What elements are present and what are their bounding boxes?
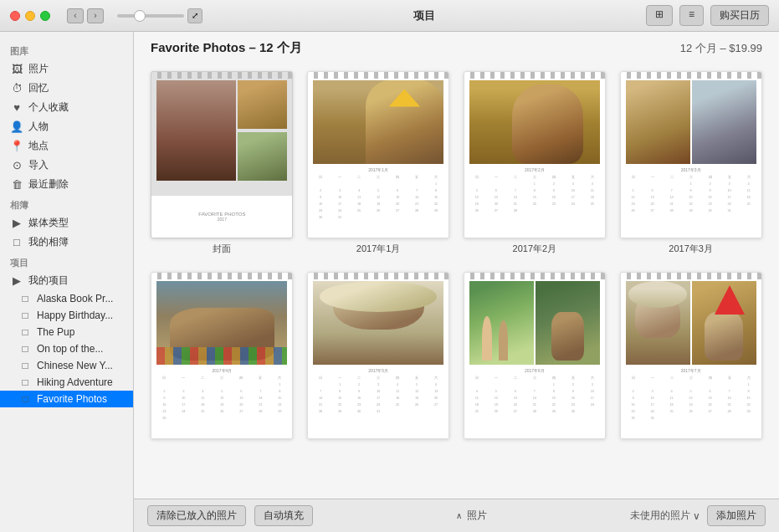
feb-week4: 19202122232425 <box>468 201 602 207</box>
birthday-icon: □ <box>18 309 32 321</box>
sidebar-item-memories[interactable]: ⏱ 回忆 <box>0 79 133 98</box>
sidebar-item-photos[interactable]: 🖼 照片 <box>0 59 133 79</box>
calendar-page-feb[interactable]: 2017年2月 日一二三四五六 ...1234 567891011 121314… <box>464 71 607 255</box>
jun-month-label: 2017年6月 <box>468 368 602 373</box>
mar-label: 2017年3月 <box>669 243 713 255</box>
maximize-button[interactable] <box>40 11 50 21</box>
feb-week1: ...1234 <box>468 181 602 187</box>
calendar-page-may[interactable]: 2017年5月 日一二三四五六 .123456 78910111213 1415… <box>307 272 450 443</box>
jun-week2: 45678910 <box>468 388 602 395</box>
feb-thumbnail[interactable]: 2017年2月 日一二三四五六 ...1234 567891011 121314… <box>464 71 606 238</box>
sidebar-item-import[interactable]: ⊙ 导入 <box>0 156 133 175</box>
jun-thumbnail[interactable]: 2017年6月 日一二三四五六 ....123 45678910 1112131… <box>464 272 606 439</box>
clear-photos-button[interactable]: 清除已放入的照片 <box>147 505 246 526</box>
sidebar-item-media-types-label: 媒体类型 <box>28 216 69 230</box>
sidebar-item-places[interactable]: 📍 地点 <box>0 136 133 156</box>
apr-day-headers: 日一二三四五六 <box>155 375 289 381</box>
jul-photo-1 <box>626 281 690 369</box>
calendar-page-jul[interactable]: 2017年7月 日一二三四五六 ......1 2345678 91011121… <box>619 272 762 443</box>
list-view-button[interactable]: ≡ <box>679 5 704 26</box>
calendar-page-cover[interactable]: FAVORITE PHOTOS2017 封面 <box>151 71 294 255</box>
fit-button[interactable]: ⤢ <box>187 8 202 23</box>
content-price: 12 个月 – $19.99 <box>680 41 762 56</box>
may-week1: .123456 <box>311 381 445 388</box>
jul-week5: 23242526272829 <box>624 408 758 415</box>
apr-week6: 30...... <box>155 415 289 422</box>
spiral-binding <box>151 72 292 79</box>
sidebar-item-media-types[interactable]: ▶ 媒体类型 <box>0 213 133 233</box>
jun-day-headers: 日一二三四五六 <box>468 375 602 381</box>
jun-calendar-grid: 2017年6月 日一二三四五六 ....123 45678910 1112131… <box>464 365 605 438</box>
sidebar-item-my-projects[interactable]: ▶ 我的项目 <box>0 271 133 290</box>
sidebar-item-happy-birthday[interactable]: □ Happy Birthday... <box>0 307 133 324</box>
add-photos-button[interactable]: 添加照片 <box>707 505 766 526</box>
trash-icon: 🗑 <box>10 178 23 191</box>
calendar-page-mar[interactable]: 2017年3月 日一二三四五六 ...1234 567891011 121314… <box>619 71 762 255</box>
mar-thumbnail[interactable]: 2017年3月 日一二三四五六 ...1234 567891011 121314… <box>620 71 762 238</box>
zoom-slider-thumb[interactable] <box>134 10 146 22</box>
calendar-page-apr[interactable]: 2017年4月 日一二三四五六 ......1 2345678 91011121… <box>151 272 294 443</box>
jan-week2: 2345678 <box>311 187 445 194</box>
jan-calendar-grid: 2017年1月 日一二三四五六 ......1 2345678 91011121… <box>308 164 448 238</box>
calendar-page-jun[interactable]: 2017年6月 日一二三四五六 ....123 45678910 1112131… <box>464 272 607 443</box>
sidebar-item-deleted[interactable]: 🗑 最近删除 <box>0 175 133 194</box>
toggle-view-button[interactable]: ⊞ <box>646 5 673 26</box>
cover-thumbnail[interactable]: FAVORITE PHOTOS2017 <box>151 71 293 238</box>
titlebar-left: ‹ › ⤢ <box>10 8 202 23</box>
jun-photo-1 <box>469 281 534 369</box>
jul-thumbnail[interactable]: 2017年7月 日一二三四五六 ......1 2345678 91011121… <box>620 272 762 439</box>
sidebar-item-alaska-book[interactable]: □ Alaska Book Pr... <box>0 290 133 307</box>
jan-thumbnail[interactable]: 2017年1月 日一二三四五六 ......1 2345678 91011121… <box>307 71 449 238</box>
titlebar: ‹ › ⤢ 项目 ⊞ ≡ 购买日历 <box>0 0 779 32</box>
jul-month-label: 2017年7月 <box>624 368 758 373</box>
back-button[interactable]: ‹ <box>67 8 84 23</box>
calendar-page-jan[interactable]: 2017年1月 日一二三四五六 ......1 2345678 91011121… <box>307 71 450 255</box>
mar-day-headers: 日一二三四五六 <box>624 174 758 181</box>
mar-month-label: 2017年3月 <box>624 167 758 172</box>
mar-week5: 262728293031. <box>624 207 758 214</box>
jul-week3: 9101112131415 <box>624 395 758 402</box>
zoom-slider-track[interactable] <box>117 14 184 18</box>
cover-main-photo <box>156 80 236 181</box>
sidebar-item-people-label: 人物 <box>28 120 49 134</box>
mar-week1: ...1234 <box>624 181 758 187</box>
sidebar-item-on-top-of[interactable]: □ On top of the... <box>0 340 133 357</box>
apr-week4: 16171819202122 <box>155 402 289 408</box>
sidebar-item-ontop-label: On top of the... <box>37 343 103 355</box>
sidebar-item-fav-photos-label: Favorite Photos <box>37 393 107 405</box>
sidebar-item-birthday-label: Happy Birthday... <box>37 309 113 321</box>
calendar-grid: FAVORITE PHOTOS2017 封面 <box>134 63 779 499</box>
minimize-button[interactable] <box>25 11 35 21</box>
sidebar-item-people[interactable]: 👤 人物 <box>0 117 133 136</box>
sidebar-item-my-albums[interactable]: □ 我的相簿 <box>0 233 133 252</box>
jun-photos <box>469 281 600 369</box>
buy-calendar-button[interactable]: 购买日历 <box>710 5 769 26</box>
spiral-binding <box>464 273 605 279</box>
feb-label: 2017年2月 <box>513 243 557 255</box>
sidebar-item-the-pup[interactable]: □ The Pup <box>0 324 133 340</box>
folder-closed-icon: ▶ <box>10 217 23 229</box>
autofill-button[interactable]: 自动填充 <box>254 505 313 526</box>
forward-button[interactable]: › <box>87 8 104 23</box>
chevron-down-icon: ∨ <box>693 510 700 522</box>
feb-day-headers: 日一二三四五六 <box>468 174 602 181</box>
close-button[interactable] <box>10 11 20 21</box>
unused-photos-dropdown[interactable]: 未使用的照片 ∨ <box>630 509 700 523</box>
sidebar-item-chinese-new-year[interactable]: □ Chinese New Y... <box>0 357 133 374</box>
mar-photo-1 <box>626 80 690 168</box>
sidebar-item-deleted-label: 最近删除 <box>28 177 69 192</box>
may-photo <box>313 281 443 369</box>
may-month-label: 2017年5月 <box>311 368 445 373</box>
may-thumbnail[interactable]: 2017年5月 日一二三四五六 .123456 78910111213 1415… <box>307 272 449 439</box>
apr-week2: 2345678 <box>155 388 289 395</box>
main-layout: 图库 🖼 照片 ⏱ 回忆 ♥ 个人收藏 👤 人物 📍 地点 ⊙ 导入 🗑 最近删… <box>0 32 779 532</box>
sidebar-item-hiking[interactable]: □ Hiking Adventure <box>0 374 133 391</box>
bottom-right-actions: 未使用的照片 ∨ 添加照片 <box>630 505 766 526</box>
sidebar-item-favorite-photos[interactable]: □ Favorite Photos <box>0 391 133 407</box>
apr-thumbnail[interactable]: 2017年4月 日一二三四五六 ......1 2345678 91011121… <box>151 272 293 439</box>
jul-week6: 3031..... <box>624 415 758 422</box>
sidebar-item-chinese-label: Chinese New Y... <box>37 360 113 371</box>
jun-week4: 18192021222324 <box>468 402 602 408</box>
mar-photos <box>626 80 756 168</box>
sidebar-item-favorites[interactable]: ♥ 个人收藏 <box>0 98 133 117</box>
